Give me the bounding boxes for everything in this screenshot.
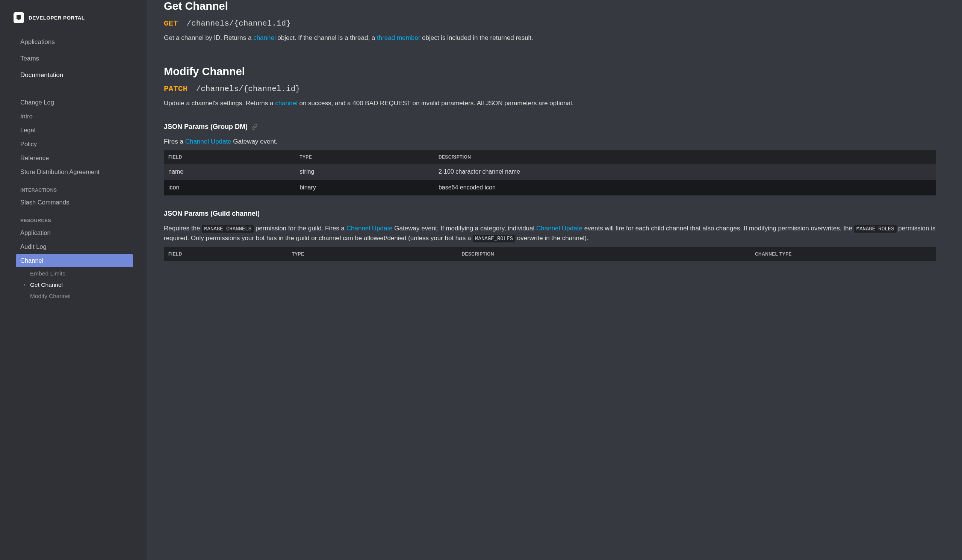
table-row: name string 2-100 character channel name	[164, 164, 936, 180]
cell-field: icon	[164, 180, 295, 195]
col-field: FIELD	[164, 150, 295, 164]
discord-logo-icon	[13, 12, 24, 23]
section-get-channel: Get Channel GET /channels/{channel.id} G…	[164, 0, 936, 43]
col-description: DESCRIPTION	[457, 247, 751, 261]
col-channel-type: CHANNEL TYPE	[751, 247, 936, 261]
nav-heading-interactions: INTERACTIONS	[16, 179, 133, 196]
subnav-get-channel[interactable]: › Get Channel	[19, 279, 133, 290]
nav-reference[interactable]: Reference	[16, 152, 133, 165]
endpoint: PATCH /channels/{channel.id}	[164, 85, 936, 93]
subnav-modify-channel[interactable]: › Modify Channel	[19, 290, 133, 302]
guild-params-description: Requires the MANAGE_CHANNELS permission …	[164, 224, 936, 244]
nav-change-log[interactable]: Change Log	[16, 96, 133, 109]
guild-params-table: FIELD TYPE DESCRIPTION CHANNEL TYPE	[164, 247, 936, 261]
section-title: Get Channel	[164, 0, 936, 12]
link-anchor-icon[interactable]	[252, 124, 258, 130]
nav-teams[interactable]: Teams	[20, 50, 133, 67]
permission-code: MANAGE_ROLES	[854, 225, 897, 232]
nav-applications[interactable]: Applications	[20, 34, 133, 50]
link-channel-update[interactable]: Channel Update	[536, 225, 583, 232]
sidebar: DEVELOPER PORTAL Applications Teams Docu…	[0, 0, 147, 560]
permission-code: MANAGE_CHANNELS	[202, 225, 253, 232]
endpoint-path: /channels/{channel.id}	[186, 19, 291, 28]
section-title: Modify Channel	[164, 65, 936, 78]
cell-desc: 2-100 character channel name	[434, 164, 936, 180]
nav-store-distribution-agreement[interactable]: Store Distribution Agreement	[16, 165, 133, 179]
nav-channel[interactable]: Channel	[16, 254, 133, 267]
doc-nav: Change Log Intro Legal Policy Reference …	[0, 96, 147, 302]
channel-sub-nav: › Embed Limits › Get Channel › Modify Ch…	[16, 268, 133, 302]
cell-type: string	[295, 164, 434, 180]
subnav-label: Get Channel	[30, 281, 63, 288]
nav-slash-commands[interactable]: Slash Commands	[16, 196, 133, 209]
subnav-embed-limits[interactable]: › Embed Limits	[19, 268, 133, 279]
col-type: TYPE	[295, 150, 434, 164]
cell-field: name	[164, 164, 295, 180]
main-content[interactable]: Get Channel GET /channels/{channel.id} G…	[147, 0, 962, 560]
link-channel-object[interactable]: channel	[253, 34, 276, 41]
sidebar-divider	[13, 89, 133, 89]
nav-intro[interactable]: Intro	[16, 110, 133, 123]
nav-heading-resources: RESOURCES	[16, 210, 133, 226]
brand[interactable]: DEVELOPER PORTAL	[0, 12, 147, 34]
subnav-label: Modify Channel	[30, 293, 71, 300]
link-channel-object[interactable]: channel	[275, 100, 298, 107]
col-type: TYPE	[287, 247, 457, 261]
link-channel-update[interactable]: Channel Update	[185, 138, 231, 145]
section-modify-channel: Modify Channel PATCH /channels/{channel.…	[164, 65, 936, 260]
subnav-label: Embed Limits	[30, 270, 65, 277]
col-field: FIELD	[164, 247, 287, 261]
section-description: Get a channel by ID. Returns a channel o…	[164, 33, 936, 43]
http-method: GET	[164, 19, 178, 28]
endpoint-path: /channels/{channel.id}	[196, 85, 300, 93]
nav-audit-log[interactable]: Audit Log	[16, 240, 133, 253]
nav-policy[interactable]: Policy	[16, 137, 133, 151]
nav-legal[interactable]: Legal	[16, 124, 133, 137]
section-description: Update a channel's settings. Returns a c…	[164, 98, 936, 108]
brand-title: DEVELOPER PORTAL	[29, 15, 85, 21]
heading-json-params-group-dm: JSON Params (Group DM)	[164, 123, 936, 131]
endpoint: GET /channels/{channel.id}	[164, 19, 936, 28]
link-channel-update[interactable]: Channel Update	[347, 225, 393, 232]
top-nav: Applications Teams Documentation	[0, 34, 147, 84]
chevron-right-icon: ›	[24, 282, 28, 287]
link-thread-member[interactable]: thread member	[377, 34, 420, 41]
cell-type: binary	[295, 180, 434, 195]
nav-application[interactable]: Application	[16, 226, 133, 239]
http-method: PATCH	[164, 85, 187, 93]
permission-code: MANAGE_ROLES	[473, 235, 515, 242]
fires-event-text: Fires a Channel Update Gateway event.	[164, 137, 936, 147]
nav-documentation[interactable]: Documentation	[20, 67, 133, 84]
heading-json-params-guild: JSON Params (Guild channel)	[164, 210, 936, 218]
cell-desc: base64 encoded icon	[434, 180, 936, 195]
table-row: icon binary base64 encoded icon	[164, 180, 936, 195]
group-dm-params-table: FIELD TYPE DESCRIPTION name string 2-100…	[164, 150, 936, 195]
col-description: DESCRIPTION	[434, 150, 936, 164]
